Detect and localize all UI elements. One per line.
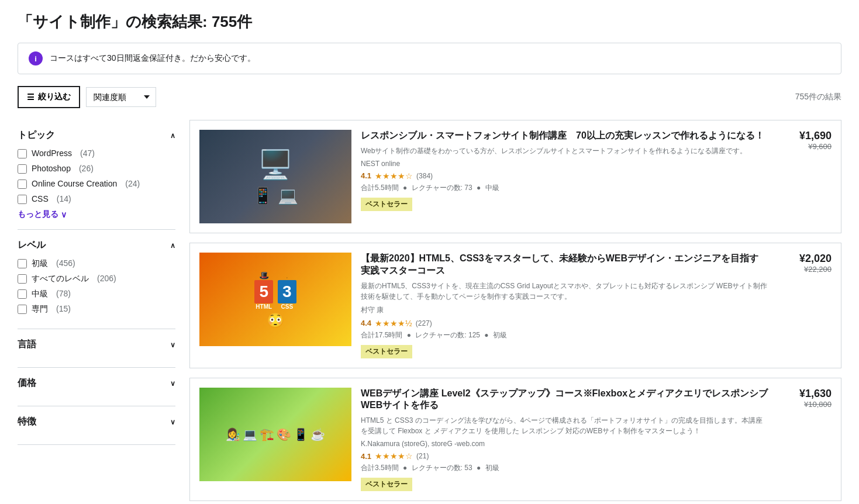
feature-section-title[interactable]: 特徴 ∨ — [18, 416, 175, 428]
course-title-2[interactable]: 【最新2020】HTML5、CSS3をマスターして、未経験からWEBデザイン・エ… — [361, 253, 770, 277]
course-card-3: 👩‍🎨 💻 🏗️ 🎨 📱 ☕ WEBデザイン講座 Level2《ステップアップ》… — [189, 378, 841, 502]
topic-wordpress[interactable]: WordPress (47) — [18, 149, 175, 159]
course-card-2: 🎩 5 HTML . 3 CSS 😳 — [189, 243, 841, 368]
level-all[interactable]: すべてのレベル (206) — [18, 274, 175, 284]
language-chevron-icon: ∨ — [170, 341, 175, 349]
topic-online-course-creation[interactable]: Online Course Creation (24) — [18, 179, 175, 189]
topic-section-title: トピック ∧ — [18, 129, 175, 141]
topic-section: トピック ∧ WordPress (47) Photoshop (26) Onl… — [18, 120, 175, 230]
topic-photoshop-checkbox[interactable] — [18, 164, 27, 174]
bestseller-badge-1: ベストセラー — [361, 198, 412, 211]
course-author-3: K.Nakamura (storeG), storeG -web.com — [361, 440, 770, 448]
course-desc-2: 最新のHTML5、CSS3サイトを、現在主流のCSS Grid Layoutとス… — [361, 281, 770, 302]
course-thumb-2: 🎩 5 HTML . 3 CSS 😳 — [199, 253, 351, 346]
sidebar: トピック ∧ WordPress (47) Photoshop (26) Onl… — [18, 120, 175, 504]
page-title: 「サイト制作」の検索結果: 755件 — [18, 12, 841, 32]
filter-button[interactable]: ☰ 絞り込む — [18, 86, 80, 108]
course-rating-2: 4.4 ★★★★½ (227) — [361, 319, 770, 328]
level-chevron-icon: ∧ — [170, 241, 175, 250]
filter-label: 絞り込む — [38, 92, 71, 102]
level-beginner-checkbox[interactable] — [18, 259, 27, 268]
feature-chevron-icon: ∨ — [170, 418, 175, 426]
course-author-1: NEST online — [361, 160, 770, 168]
show-more-button[interactable]: もっと見る ∨ — [18, 209, 175, 220]
topic-wordpress-checkbox[interactable] — [18, 149, 27, 158]
level-section: レベル ∧ 初級 (456) すべてのレベル (206) 中級 (78) — [18, 230, 175, 329]
level-section-title: レベル ∧ — [18, 239, 175, 251]
level-intermediate-checkbox[interactable] — [18, 289, 27, 299]
filter-icon: ☰ — [27, 92, 35, 102]
topic-chevron-icon: ∧ — [170, 132, 175, 140]
notice-bar: i コースはすべて30日間返金保証付き。だから安心です。 — [18, 43, 841, 74]
level-intermediate[interactable]: 中級 (78) — [18, 289, 175, 299]
notice-text: コースはすべて30日間返金保証付き。だから安心です。 — [50, 53, 256, 64]
level-all-checkbox[interactable] — [18, 274, 27, 284]
results-count: 755件の結果 — [795, 92, 841, 102]
sort-select[interactable]: 関連度順最新順評価順人気順 — [86, 87, 156, 107]
course-meta-3: 合計3.5時間 ● レクチャーの数: 53 ● 初級 — [361, 463, 770, 473]
toolbar: ☰ 絞り込む 関連度順最新順評価順人気順 755件の結果 — [18, 86, 841, 108]
price-section-title[interactable]: 価格 ∨ — [18, 377, 175, 389]
topic-photoshop[interactable]: Photoshop (26) — [18, 164, 175, 174]
topic-occ-checkbox[interactable] — [18, 179, 27, 189]
level-expert-checkbox[interactable] — [18, 305, 27, 314]
course-info-2: 【最新2020】HTML5、CSS3をマスターして、未経験からWEBデザイン・エ… — [361, 253, 770, 358]
course-price-3: ¥1,630 ¥10,800 — [779, 388, 832, 492]
course-desc-1: Webサイト制作の基礎をわかっている方が、レスポンシブルサイトとスマートフォンサ… — [361, 146, 770, 156]
course-price-2: ¥2,020 ¥22,200 — [779, 253, 832, 358]
main-layout: トピック ∧ WordPress (47) Photoshop (26) Onl… — [18, 120, 841, 504]
bestseller-badge-2: ベストセラー — [361, 345, 412, 358]
course-title-1[interactable]: レスポンシブル・スマートフォンサイト制作講座 70以上の充実レッスンで作れるよう… — [361, 130, 770, 142]
toolbar-left: ☰ 絞り込む 関連度順最新順評価順人気順 — [18, 86, 156, 108]
topic-css[interactable]: CSS (14) — [18, 194, 175, 205]
price-chevron-icon: ∨ — [170, 379, 175, 388]
course-author-2: 村守 康 — [361, 305, 770, 315]
topic-css-checkbox[interactable] — [18, 195, 27, 204]
course-price-1: ¥1,690 ¥9,600 — [779, 130, 832, 223]
course-thumb-1: 🖥️ 📱 💻 — [199, 130, 351, 223]
course-info-3: WEBデザイン講座 Level2《ステップアップ》コース※Flexboxとメディ… — [361, 388, 770, 492]
course-title-3[interactable]: WEBデザイン講座 Level2《ステップアップ》コース※Flexboxとメディ… — [361, 388, 770, 412]
course-desc-3: HTML5 と CSS3 のコーディング法を学びながら、4ページで構成される「ポ… — [361, 415, 770, 436]
language-section-title[interactable]: 言語 ∨ — [18, 339, 175, 351]
level-beginner[interactable]: 初級 (456) — [18, 258, 175, 269]
course-meta-1: 合計5.5時間 ● レクチャーの数: 73 ● 中級 — [361, 183, 770, 193]
course-card-1: 🖥️ 📱 💻 レスポンシブル・スマートフォンサイト制作講座 70以上の充実レッス… — [189, 120, 841, 233]
language-section: 言語 ∨ — [18, 329, 175, 368]
course-list: 🖥️ 📱 💻 レスポンシブル・スマートフォンサイト制作講座 70以上の充実レッス… — [189, 120, 841, 504]
course-rating-1: 4.1 ★★★★☆ (384) — [361, 171, 770, 181]
course-meta-2: 合計17.5時間 ● レクチャーの数: 125 ● 初級 — [361, 330, 770, 340]
bestseller-badge-3: ベストセラー — [361, 478, 412, 491]
show-more-chevron-icon: ∨ — [61, 210, 67, 219]
price-section: 価格 ∨ — [18, 368, 175, 406]
level-expert[interactable]: 専門 (15) — [18, 304, 175, 315]
feature-section: 特徴 ∨ — [18, 406, 175, 445]
course-rating-3: 4.1 ★★★★☆ (21) — [361, 451, 770, 461]
course-thumb-3: 👩‍🎨 💻 🏗️ 🎨 📱 ☕ — [199, 388, 351, 481]
info-icon: i — [29, 51, 43, 65]
course-info-1: レスポンシブル・スマートフォンサイト制作講座 70以上の充実レッスンで作れるよう… — [361, 130, 770, 223]
